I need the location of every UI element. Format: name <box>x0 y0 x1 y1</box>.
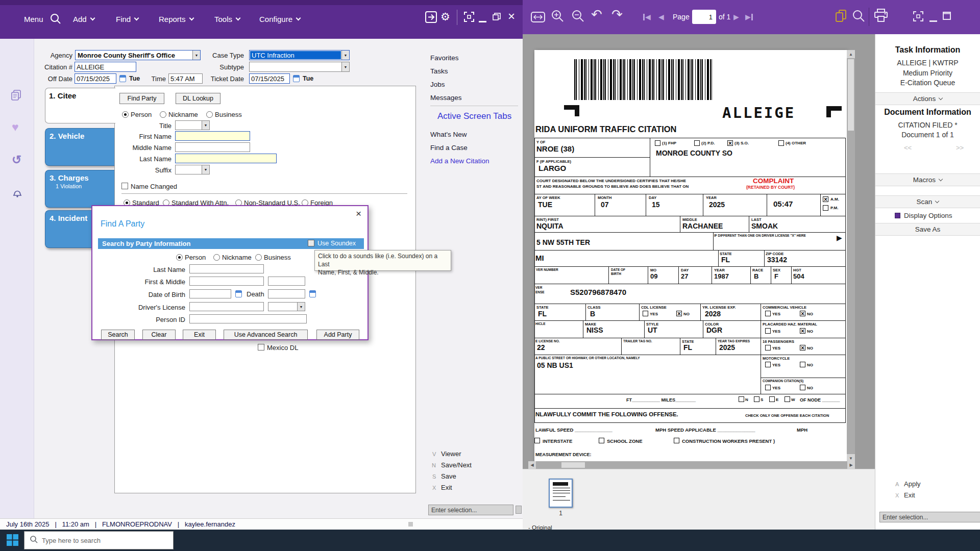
fit-width-icon[interactable] <box>531 12 545 22</box>
shortcut-save[interactable]: Save <box>441 472 456 480</box>
tab-charges[interactable]: 3. Charges1 Violation <box>45 170 115 208</box>
dialog-dl-state-combo[interactable]: ▼ <box>268 302 305 311</box>
macros-button[interactable]: Macros <box>875 173 980 186</box>
calendar-icon[interactable] <box>293 75 300 82</box>
menu-tools[interactable]: Tools <box>214 15 240 23</box>
nav-jobs[interactable]: Jobs <box>430 81 445 88</box>
nav-tasks[interactable]: Tasks <box>430 67 448 75</box>
viewer-minimize-icon[interactable] <box>929 20 937 22</box>
scan-button[interactable]: Scan <box>875 195 980 208</box>
person-radio[interactable] <box>122 111 129 118</box>
nav-favorites[interactable]: Favorites <box>430 54 459 62</box>
scroll-up-icon[interactable]: ▲ <box>847 50 855 58</box>
shortcut-exit[interactable]: Exit <box>441 484 452 491</box>
forms-icon[interactable] <box>11 90 21 103</box>
find-party-button[interactable]: Find Party <box>119 93 164 104</box>
ticket-date-input[interactable] <box>249 73 290 84</box>
prev-page-icon[interactable]: ◀ <box>658 13 664 21</box>
dialog-close-icon[interactable]: × <box>356 208 361 219</box>
dialog-drivers-license-input[interactable] <box>189 302 264 311</box>
exit-shortcut[interactable]: Exit <box>904 491 915 499</box>
nav-active-screen-tabs[interactable]: Active Screen Tabs <box>437 111 511 121</box>
copy-pages-icon[interactable] <box>836 10 847 22</box>
apply-shortcut[interactable]: Apply <box>904 480 921 488</box>
close-icon[interactable]: × <box>508 9 515 23</box>
dialog-death-input[interactable] <box>268 289 305 298</box>
start-button[interactable] <box>7 534 18 548</box>
restore-icon[interactable] <box>493 13 501 21</box>
save-as-button[interactable]: Save As <box>875 223 980 236</box>
rotate-right-icon[interactable]: ↷ <box>611 7 623 22</box>
dialog-business-radio[interactable] <box>255 254 262 261</box>
search-button[interactable]: Search <box>101 330 135 340</box>
export-icon[interactable] <box>425 11 437 23</box>
dropdown-arrow-icon[interactable]: ▼ <box>341 51 349 60</box>
display-options-icon[interactable] <box>895 213 900 218</box>
viewer-search-icon[interactable] <box>852 10 865 22</box>
minimize-icon[interactable] <box>479 21 486 22</box>
taskbar-search[interactable]: Type here to search <box>24 531 174 549</box>
heart-icon[interactable]: ♥ <box>12 120 19 134</box>
next-page-icon[interactable]: ▶ <box>733 13 739 21</box>
calendar-icon[interactable] <box>119 75 126 82</box>
last-name-input[interactable] <box>175 154 277 163</box>
calendar-icon[interactable] <box>235 290 242 297</box>
nav-add-new-citation[interactable]: Add a New Citation <box>430 157 489 165</box>
dialog-dob-input[interactable] <box>189 289 231 298</box>
menu-reports[interactable]: Reports <box>159 15 193 23</box>
menu-add[interactable]: Add <box>73 15 94 23</box>
bell-icon[interactable] <box>12 188 22 200</box>
page-input[interactable] <box>692 10 716 24</box>
use-advanced-search-button[interactable]: Use Advanced Search <box>224 330 308 340</box>
dialog-middle-input[interactable] <box>268 277 305 286</box>
dialog-first-input[interactable] <box>189 277 264 286</box>
time-input[interactable] <box>168 73 203 84</box>
horizontal-scrollbar[interactable]: ◀ ▶ <box>528 461 855 469</box>
dialog-nickname-radio[interactable] <box>213 254 220 261</box>
title-combo[interactable]: ▼ <box>175 120 210 130</box>
actions-button[interactable]: Actions <box>875 92 980 105</box>
business-radio[interactable] <box>206 111 213 118</box>
name-changed-checkbox[interactable] <box>121 183 128 189</box>
dropdown-arrow-icon[interactable]: ▼ <box>202 121 209 130</box>
dialog-last-name-input[interactable] <box>189 264 264 273</box>
citation-document[interactable]: ALLEIGE RIDA UNIFORM TRAFFIC CITATION Y … <box>534 50 847 462</box>
print-icon[interactable] <box>874 9 888 23</box>
scrollbar-thumb[interactable] <box>561 462 585 468</box>
tab-citee[interactable]: 1. Citee <box>45 88 115 123</box>
selection-grip[interactable] <box>516 506 522 514</box>
shortcut-save-next[interactable]: Save/Next <box>441 461 472 469</box>
display-options-label[interactable]: Display Options <box>904 212 952 219</box>
case-type-combo[interactable]: UTC Infraction ▼ <box>249 50 350 60</box>
use-soundex-checkbox[interactable] <box>308 240 314 246</box>
nav-whats-new[interactable]: What's New <box>430 131 467 138</box>
nav-messages[interactable]: Messages <box>430 94 462 102</box>
clear-button[interactable]: Clear <box>142 330 176 340</box>
panel-enter-selection-input[interactable]: Enter selection... <box>879 512 980 522</box>
fullscreen-icon[interactable] <box>463 11 475 22</box>
add-party-button[interactable]: Add Party <box>316 330 359 340</box>
dropdown-arrow-icon[interactable]: ▼ <box>341 62 349 71</box>
mexico-dl-checkbox[interactable] <box>258 344 264 350</box>
suffix-combo[interactable]: ▼ <box>175 165 210 174</box>
menu-search-icon[interactable] <box>50 13 61 27</box>
last-page-icon[interactable]: ▶ <box>745 13 753 21</box>
subtype-combo[interactable]: ▼ <box>249 62 350 72</box>
doc-prev-button[interactable]: << <box>904 144 912 152</box>
viewer-fullscreen-icon[interactable] <box>913 11 924 22</box>
history-icon[interactable]: ↺ <box>12 153 21 167</box>
calendar-icon[interactable] <box>309 290 316 297</box>
zoom-out-icon[interactable] <box>572 10 585 23</box>
viewer-maximize-icon[interactable] <box>943 12 951 20</box>
scrollbar-thumb[interactable] <box>848 59 854 131</box>
zoom-in-icon[interactable] <box>551 10 565 23</box>
page-thumbnail[interactable] <box>549 479 573 508</box>
doc-next-button[interactable]: >> <box>956 144 964 152</box>
dropdown-arrow-icon[interactable]: ▼ <box>192 51 200 60</box>
scroll-right-icon[interactable]: ▶ <box>847 461 855 469</box>
gear-icon[interactable]: ⚙ <box>440 11 450 23</box>
vertical-scrollbar[interactable]: ▲ ▼ <box>847 50 855 462</box>
menu-configure[interactable]: Configure <box>259 15 300 23</box>
dl-lookup-button[interactable]: DL Lookup <box>176 93 220 104</box>
rotate-left-icon[interactable]: ↶ <box>591 7 602 22</box>
